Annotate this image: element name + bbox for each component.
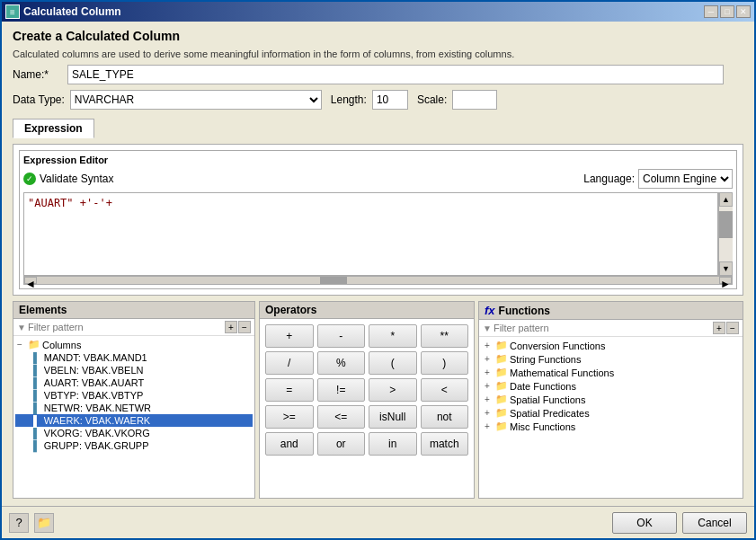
op-close-paren[interactable]: ) [421, 351, 469, 375]
operators-panel-title: Operators [260, 302, 474, 319]
elements-tree: − 📁 Columns ▌ MANDT: VBAK.MAND1 ▌ VBELN:… [13, 336, 254, 498]
op-in[interactable]: in [369, 432, 417, 456]
validate-label: Validate Syntax [40, 173, 114, 185]
language-select[interactable]: Column Engine [638, 169, 733, 189]
op-lt[interactable]: < [421, 378, 469, 402]
op-neq[interactable]: != [317, 378, 366, 402]
filter-icon: ▼ [17, 323, 26, 332]
scroll-right-arrow[interactable]: ► [719, 277, 732, 284]
folder-icon: 📁 [495, 367, 508, 378]
op-and[interactable]: and [265, 432, 314, 456]
op-modulo[interactable]: % [317, 351, 366, 375]
op-plus[interactable]: + [265, 324, 314, 348]
filter-icon: ▼ [483, 323, 492, 333]
expr-scrollbar-h: ◄ ► [23, 276, 733, 285]
scale-label: Scale: [417, 93, 447, 106]
expression-area-wrapper: "AUART" +'-'+ ▲ ▼ [23, 192, 733, 276]
window-icon: ≡ [5, 4, 20, 19]
op-open-paren[interactable]: ( [369, 351, 417, 375]
expression-text-area[interactable]: "AUART" +'-'+ [23, 192, 718, 276]
func-item-spatial-pred[interactable]: + 📁 Spatial Predicates [481, 406, 741, 420]
op-lte[interactable]: <= [317, 405, 366, 429]
scroll-left-arrow[interactable]: ◄ [24, 277, 37, 284]
elements-collapse-btn[interactable]: − [238, 321, 251, 333]
scroll-h-thumb[interactable] [320, 277, 347, 284]
list-item[interactable]: ▌ NETWR: VBAK.NETWR [15, 402, 253, 414]
main-window: ≡ Calculated Column ─ □ ✕ Create a Calcu… [0, 0, 756, 540]
col-icon: ▌ [33, 403, 40, 413]
functions-expand-btn[interactable]: + [713, 322, 725, 334]
func-item-string[interactable]: + 📁 String Functions [481, 352, 741, 366]
scale-input[interactable] [452, 90, 497, 110]
list-item[interactable]: ▌ GRUPP: VBAK.GRUPP [15, 439, 253, 452]
elements-filter-input[interactable] [28, 322, 223, 332]
footer: ? 📁 OK Cancel [2, 506, 754, 538]
func-item-math[interactable]: + 📁 Mathematical Functions [481, 366, 741, 379]
functions-panel-title: fx Functions [479, 302, 743, 320]
op-gt[interactable]: > [369, 378, 417, 402]
list-item[interactable]: ▌ VKORG: VBAK.VKORG [15, 427, 253, 439]
content-area: Create a Calculated Column Calculated co… [2, 22, 754, 506]
op-power[interactable]: ** [421, 324, 469, 348]
elements-filter-bar: ▼ + − [13, 319, 254, 336]
validate-syntax-button[interactable]: ✓ Validate Syntax [23, 173, 114, 185]
func-item-misc[interactable]: + 📁 Misc Functions [481, 420, 741, 433]
func-item-spatial[interactable]: + 📁 Spatial Functions [481, 393, 741, 406]
window-title: Calculated Column [23, 5, 121, 18]
elements-expand-btn[interactable]: + [225, 321, 237, 333]
validate-check-icon: ✓ [23, 173, 36, 185]
maximize-button[interactable]: □ [720, 5, 734, 18]
op-minus[interactable]: - [317, 324, 366, 348]
op-match[interactable]: match [421, 432, 469, 456]
folder-icon[interactable]: 📁 [34, 513, 54, 533]
tree-root-columns[interactable]: − 📁 Columns [15, 338, 253, 351]
cancel-button[interactable]: Cancel [682, 512, 747, 534]
col-icon: ▌ [33, 440, 40, 451]
folder-icon: 📁 [495, 407, 508, 419]
func-item-date[interactable]: + 📁 Date Functions [481, 379, 741, 393]
tab-expression[interactable]: Expression [13, 119, 94, 138]
minimize-button[interactable]: ─ [704, 5, 718, 18]
col-icon: ▌ [33, 415, 40, 426]
fx-icon: fx [485, 304, 495, 317]
elements-title-text: Elements [19, 304, 67, 316]
list-item[interactable]: ▌ AUART: VBAK.AUART [15, 376, 253, 389]
name-row: Name:* [13, 65, 743, 84]
expression-toolbar: ✓ Validate Syntax Language: Column Engin… [23, 169, 733, 189]
language-label: Language: [583, 173, 635, 185]
expr-scrollbar-v: ▲ ▼ [718, 192, 733, 276]
op-isnull[interactable]: isNull [369, 405, 417, 429]
list-item[interactable]: ▌ MANDT: VBAK.MAND1 [15, 351, 253, 364]
op-eq[interactable]: = [265, 378, 314, 402]
list-item[interactable]: ▌ VBELN: VBAK.VBELN [15, 364, 253, 376]
functions-filter-input[interactable] [494, 323, 711, 333]
close-button[interactable]: ✕ [736, 5, 751, 18]
expression-editor-group: Expression Editor ✓ Validate Syntax Lang… [19, 150, 737, 289]
datatype-select[interactable]: NVARCHAR [70, 90, 322, 110]
name-input[interactable] [67, 65, 724, 84]
scroll-thumb[interactable] [719, 211, 733, 238]
op-divide[interactable]: / [265, 351, 314, 375]
operators-panel: Operators + - * ** / % ( ) = != > < >= <… [259, 301, 475, 499]
elements-panel-title: Elements [13, 302, 254, 319]
folder-icon: 📁 [495, 420, 508, 432]
ok-button[interactable]: OK [612, 512, 677, 534]
list-item[interactable]: ▌ VBTYP: VBAK.VBTYP [15, 389, 253, 402]
length-input[interactable] [372, 90, 408, 110]
col-icon: ▌ [33, 352, 40, 363]
func-item-conversion[interactable]: + 📁 Conversion Functions [481, 339, 741, 352]
scroll-down-arrow[interactable]: ▼ [719, 261, 733, 276]
page-desc: Calculated columns are used to derive so… [13, 49, 743, 59]
functions-panel: fx Functions ▼ + − + 📁 Conversion Funct [478, 301, 743, 499]
op-gte[interactable]: >= [265, 405, 314, 429]
functions-collapse-btn[interactable]: − [726, 322, 739, 334]
page-title: Create a Calculated Column [13, 29, 743, 43]
list-item-selected[interactable]: ▌ WAERK: VBAK.WAERK [15, 414, 253, 427]
scroll-up-arrow[interactable]: ▲ [719, 192, 733, 207]
op-not[interactable]: not [421, 405, 469, 429]
folder-icon: 📁 [495, 394, 508, 405]
op-or[interactable]: or [317, 432, 366, 456]
folder-icon: 📁 [28, 339, 40, 350]
help-icon[interactable]: ? [9, 513, 29, 533]
op-multiply[interactable]: * [369, 324, 417, 348]
